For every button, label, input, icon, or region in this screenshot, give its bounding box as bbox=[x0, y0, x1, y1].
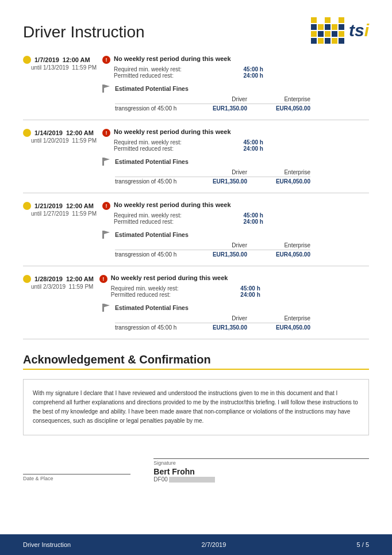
acknowledgement-text: With my signature I declare that I have … bbox=[23, 379, 369, 435]
fines-enterprise-4: EUR4,050.00 bbox=[247, 324, 310, 331]
detail-label-2-1: Required min. weekly rest: bbox=[114, 139, 182, 146]
signer-name: Bert Frohn bbox=[153, 467, 369, 476]
bullet-icon-1 bbox=[23, 56, 31, 64]
fines-col-driver-header-2: Driver bbox=[190, 169, 247, 175]
detail-label-3-1: Required min. weekly rest: bbox=[114, 212, 182, 219]
fines-row-label-2: transgression of 45:00 h bbox=[115, 178, 190, 185]
violation-info-4: ! No weekly rest period during this week… bbox=[99, 274, 369, 298]
bullet-icon-4 bbox=[23, 275, 31, 283]
violation-header-3: 1/21/2019 12:00 AM until 1/27/2019 11:59… bbox=[23, 201, 369, 225]
violation-details-3: Required min. weekly rest: 45:00 h Permi… bbox=[114, 212, 369, 225]
fines-table-2: Driver Enterprise transgression of 45:00… bbox=[115, 169, 310, 185]
fines-header-3: Estimated Potential Fines bbox=[101, 229, 369, 240]
footer: Driver Instruction 2/7/2019 5 / 5 bbox=[0, 534, 392, 555]
svg-rect-2 bbox=[102, 158, 104, 166]
detail-row-2-2: Permitted reduced rest: 24:00 h bbox=[114, 146, 263, 152]
signer-id-redacted bbox=[169, 477, 215, 483]
violation-block-1: 1/7/2019 12:00 AM until 1/13/2019 11:59 … bbox=[23, 55, 369, 120]
detail-label-4-2: Permitted reduced rest: bbox=[111, 292, 171, 298]
fines-col-driver-header-3: Driver bbox=[190, 242, 247, 248]
fines-col-enterprise-header-2: Enterprise bbox=[247, 169, 310, 175]
violation-details-1: Required min. weekly rest: 45:00 h Permi… bbox=[114, 66, 369, 79]
date-until-2: until 1/20/2019 11:59 PM bbox=[23, 137, 97, 144]
detail-row-3-1: Required min. weekly rest: 45:00 h bbox=[114, 212, 263, 219]
detail-row-1-1: Required min. weekly rest: 45:00 h bbox=[114, 66, 263, 72]
violation-block-2: 1/14/2019 12:00 AM until 1/20/2019 11:59… bbox=[23, 128, 369, 193]
date-range-4: 1/28/2019 12:00 AM until 2/3/2019 11:59 … bbox=[23, 274, 94, 290]
fines-driver-1: EUR1,350.00 bbox=[190, 105, 247, 112]
info-icon-4: ! bbox=[99, 275, 107, 283]
fines-flag-icon-4 bbox=[101, 303, 112, 313]
fines-row-label-4: transgression of 45:00 h bbox=[115, 324, 190, 331]
fines-driver-4: EUR1,350.00 bbox=[190, 324, 247, 331]
date-until-3: until 1/27/2019 11:59 PM bbox=[23, 210, 97, 217]
detail-value-4-1: 45:00 h bbox=[240, 285, 260, 292]
logo: tsi bbox=[311, 17, 369, 44]
info-icon-3: ! bbox=[102, 202, 110, 210]
fines-row-label-3: transgression of 45:00 h bbox=[115, 251, 190, 258]
violation-details-4: Required min. weekly rest: 45:00 h Permi… bbox=[111, 285, 369, 298]
fines-title-2: Estimated Potential Fines bbox=[115, 158, 189, 165]
fines-title-3: Estimated Potential Fines bbox=[115, 231, 189, 238]
date-place-field: Date & Place bbox=[23, 474, 130, 483]
violation-header-4: 1/28/2019 12:00 AM until 2/3/2019 11:59 … bbox=[23, 274, 369, 298]
date-start-1: 1/7/2019 bbox=[34, 56, 59, 63]
violation-header-2: 1/14/2019 12:00 AM until 1/20/2019 11:59… bbox=[23, 128, 369, 152]
signature-label: Signature bbox=[153, 458, 369, 466]
acknowledgement-section: Acknowledgement & Confirmation With my s… bbox=[23, 353, 369, 483]
page-title: Driver Instruction bbox=[23, 23, 145, 41]
detail-row-4-2: Permitted reduced rest: 24:00 h bbox=[111, 292, 260, 298]
fines-driver-3: EUR1,350.00 bbox=[190, 251, 247, 258]
fines-title-4: Estimated Potential Fines bbox=[115, 304, 189, 311]
violation-info-2: ! No weekly rest period during this week… bbox=[102, 128, 369, 152]
fines-col-enterprise-header-3: Enterprise bbox=[247, 242, 310, 248]
time-start-2: 12:00 AM bbox=[66, 129, 94, 136]
detail-label-1-1: Required min. weekly rest: bbox=[114, 66, 182, 72]
fines-row-4: transgression of 45:00 h EUR1,350.00 EUR… bbox=[115, 323, 310, 331]
violation-info-3: ! No weekly rest period during this week… bbox=[102, 201, 369, 225]
detail-value-3-2: 24:00 h bbox=[244, 219, 263, 225]
logo-grid-icon bbox=[311, 17, 344, 44]
fines-header-4: Estimated Potential Fines bbox=[101, 303, 369, 313]
fines-col-enterprise-header-1: Enterprise bbox=[247, 96, 310, 102]
bullet-icon-3 bbox=[23, 202, 31, 210]
detail-row-1-2: Permitted reduced rest: 24:00 h bbox=[114, 72, 263, 79]
violation-header-1: 1/7/2019 12:00 AM until 1/13/2019 11:59 … bbox=[23, 55, 369, 79]
logo-text: tsi bbox=[349, 21, 369, 40]
detail-label-4-1: Required min. weekly rest: bbox=[111, 285, 179, 292]
violation-title-4: No weekly rest period during this week bbox=[111, 274, 228, 281]
detail-label-1-2: Permitted reduced rest: bbox=[114, 72, 174, 79]
detail-value-4-2: 24:00 h bbox=[240, 292, 260, 298]
time-start-3: 12:00 AM bbox=[66, 202, 94, 209]
fines-section-1: Estimated Potential Fines Driver Enterpr… bbox=[101, 83, 369, 112]
date-until-1: until 1/13/2019 11:59 PM bbox=[23, 64, 97, 71]
info-icon-2: ! bbox=[102, 129, 110, 137]
svg-rect-4 bbox=[102, 231, 104, 239]
detail-label-3-2: Permitted reduced rest: bbox=[114, 219, 174, 225]
fines-section-4: Estimated Potential Fines Driver Enterpr… bbox=[101, 303, 369, 331]
detail-row-3-2: Permitted reduced rest: 24:00 h bbox=[114, 219, 263, 225]
fines-table-1: Driver Enterprise transgression of 45:00… bbox=[115, 96, 310, 112]
fines-row-1: transgression of 45:00 h EUR1,350.00 EUR… bbox=[115, 104, 310, 112]
date-range-2: 1/14/2019 12:00 AM until 1/20/2019 11:59… bbox=[23, 128, 97, 144]
violation-title-3: No weekly rest period during this week bbox=[114, 201, 231, 208]
signature-area: Date & Place Signature Bert Frohn DF00 bbox=[23, 458, 369, 483]
fines-flag-icon-1 bbox=[101, 83, 112, 94]
fines-col-driver-header-1: Driver bbox=[190, 96, 247, 102]
svg-marker-5 bbox=[104, 231, 110, 234]
info-icon-1: ! bbox=[102, 56, 110, 64]
date-place-label: Date & Place bbox=[23, 474, 130, 481]
detail-value-3-1: 45:00 h bbox=[244, 212, 263, 219]
date-start-3: 1/21/2019 bbox=[34, 202, 63, 209]
footer-center: 2/7/2019 bbox=[201, 541, 226, 548]
fines-section-2: Estimated Potential Fines Driver Enterpr… bbox=[101, 156, 369, 185]
detail-label-2-2: Permitted reduced rest: bbox=[114, 146, 174, 152]
svg-rect-0 bbox=[102, 85, 104, 93]
violation-title-1: No weekly rest period during this week bbox=[114, 55, 231, 62]
svg-rect-6 bbox=[102, 304, 104, 312]
fines-header-1: Estimated Potential Fines bbox=[101, 83, 369, 94]
fines-enterprise-2: EUR4,050.00 bbox=[247, 178, 310, 185]
detail-row-2-1: Required min. weekly rest: 45:00 h bbox=[114, 139, 263, 146]
fines-col-enterprise-header-4: Enterprise bbox=[247, 315, 310, 321]
fines-header-2: Estimated Potential Fines bbox=[101, 156, 369, 167]
